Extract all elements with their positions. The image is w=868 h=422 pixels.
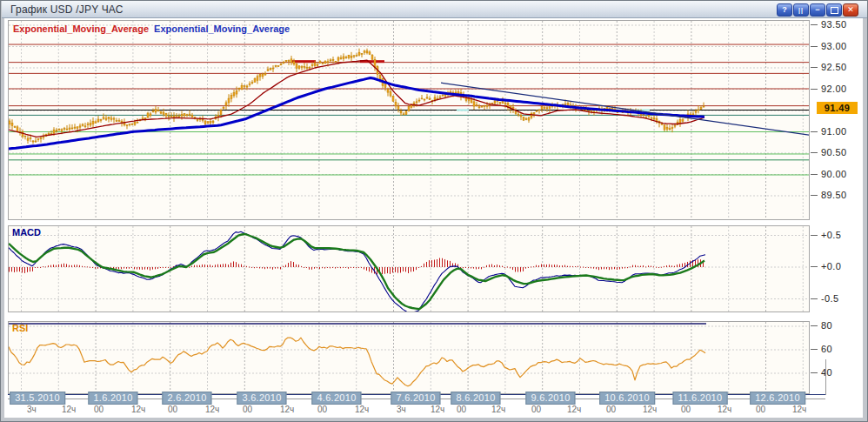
- time-label: 00: [756, 405, 765, 414]
- date-label: 11.6.2010: [673, 392, 728, 405]
- time-label: 12ч: [491, 405, 505, 414]
- date-label: 2.6.2010: [162, 392, 211, 405]
- date-label: 12.6.2010: [750, 392, 805, 405]
- time-label: 00: [681, 405, 691, 414]
- time-label: 12ч: [792, 405, 806, 414]
- date-label: 8.6.2010: [451, 392, 500, 405]
- date-label: 7.6.2010: [391, 392, 440, 405]
- time-label: 12ч: [567, 405, 581, 414]
- time-label: 00: [168, 405, 177, 414]
- time-label: 12ч: [280, 405, 294, 414]
- date-label: 4.6.2010: [311, 392, 361, 405]
- time-axis: 31.5.20103ч12ч1.6.20100012ч2.6.20100012ч…: [1, 1, 868, 422]
- time-label: 00: [457, 405, 466, 414]
- time-label: 12ч: [62, 405, 76, 414]
- time-label: 3ч: [397, 405, 406, 414]
- date-label: 9.6.2010: [525, 392, 575, 405]
- time-label: 00: [317, 405, 327, 414]
- time-label: 12ч: [205, 405, 219, 414]
- time-label: 00: [94, 405, 103, 414]
- date-label: 10.6.2010: [599, 392, 655, 405]
- time-axis-line: [825, 359, 826, 395]
- date-label: 1.6.2010: [88, 392, 137, 405]
- time-label: 00: [243, 405, 252, 414]
- date-label: 3.6.2010: [237, 392, 286, 405]
- time-label: 12ч: [718, 405, 731, 414]
- time-label: 12ч: [131, 405, 145, 414]
- time-label: 12ч: [431, 405, 444, 414]
- date-label: 31.5.2010: [10, 392, 65, 405]
- time-label: 00: [531, 405, 541, 414]
- time-label: 12ч: [643, 405, 657, 414]
- time-label: 00: [606, 405, 616, 414]
- chart-window: График USD /JPY ЧАС ?||−✕ Exponential_Mo…: [0, 0, 868, 422]
- time-label: 12ч: [355, 405, 369, 414]
- time-label: 3ч: [27, 405, 37, 414]
